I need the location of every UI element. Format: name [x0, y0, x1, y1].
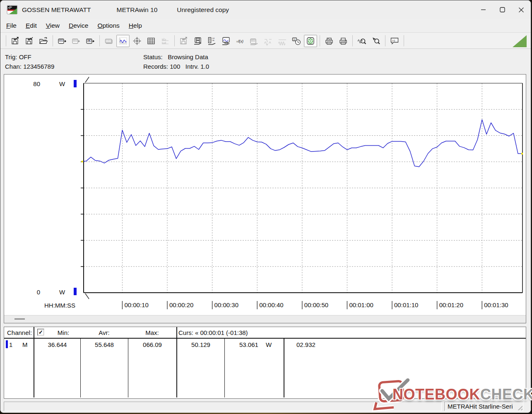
- menu-view[interactable]: View: [41, 20, 64, 31]
- row-cursor2-value: 53.061: [239, 341, 258, 348]
- device-memory-button[interactable]: M: [84, 35, 97, 47]
- chart-panel: 80W0WHH:MM:SS00:00:1000:00:2000:00:3000:…: [4, 74, 526, 323]
- file-open-button[interactable]: [37, 35, 50, 47]
- y-axis-unit-bottom: W: [59, 289, 65, 296]
- file-export-button[interactable]: [9, 35, 22, 47]
- desktop: GOSSEN METRAWATT METRAwin 10 Unregistere…: [0, 0, 532, 414]
- table-divider: [34, 327, 34, 397]
- close-button[interactable]: [512, 2, 531, 18]
- chart-xy-button[interactable]: [130, 35, 144, 47]
- svg-text:321: 321: [60, 40, 63, 41]
- channel-list-status: Chan: 123456789: [5, 62, 54, 71]
- menu-bar: File Edit View Device Options Help: [0, 19, 531, 33]
- x-tick-label: 00:01:00: [349, 301, 373, 308]
- cursor-2-marker[interactable]: [521, 153, 523, 154]
- resize-grip[interactable]: [516, 404, 522, 410]
- formula-button[interactable]: =f(x): [234, 35, 247, 47]
- records-status: Records: 100 Intrv. 1.0: [143, 62, 209, 71]
- notes-button[interactable]: 1/2: [388, 35, 401, 47]
- print-button[interactable]: [337, 35, 350, 47]
- menu-options[interactable]: Options: [93, 20, 124, 31]
- menu-edit[interactable]: Edit: [21, 20, 41, 31]
- wave-train-button: [276, 35, 289, 47]
- device-probe-button: 321: [248, 35, 261, 47]
- x-tick-label: 00:00:30: [214, 301, 238, 308]
- toolbar-separator: [53, 35, 53, 46]
- metrawin-window: GOSSEN METRAWATT METRAwin 10 Unregistere…: [0, 0, 531, 412]
- title-bar: GOSSEN METRAWATT METRAwin 10 Unregistere…: [0, 0, 531, 19]
- svg-text:12: 12: [293, 39, 296, 41]
- toolbar-separator: [6, 35, 6, 46]
- cursor-1-marker[interactable]: [82, 161, 83, 162]
- table-divider: [284, 339, 284, 397]
- row-channel-number: 1: [9, 341, 12, 348]
- trigger-status: Trig: OFF: [5, 52, 54, 62]
- row-delta-value: 02.932: [296, 341, 315, 348]
- svg-text:321: 321: [252, 40, 255, 41]
- zoom-cursor-button[interactable]: [369, 35, 383, 47]
- channel-visible-checkbox[interactable]: ✓: [37, 329, 44, 336]
- status-bar: METRAHit Starline-Seri: [0, 400, 531, 413]
- row-max-value: 066.09: [128, 341, 176, 348]
- statusbar-device-panel: METRAHit Starline-Seri: [444, 402, 523, 411]
- row-cursor1-value: 50.129: [177, 341, 224, 348]
- row-min-value: 36.644: [34, 341, 80, 348]
- toolbar-separator: [174, 35, 175, 46]
- app-logo-icon: [7, 5, 18, 14]
- toolbar-separator: [99, 35, 100, 46]
- app-name-title: METRAwin 10: [116, 6, 157, 14]
- col-cursor-label: Curs: « 00:00:01 (-01:38): [178, 329, 248, 336]
- corner-green-triangle-icon: [513, 35, 527, 47]
- y-max-channel-marker: [74, 80, 77, 87]
- y-min-channel-marker: [74, 288, 77, 295]
- toolbar-separator: [352, 35, 353, 46]
- toolbar-separator: [404, 35, 404, 46]
- svg-text:1257: 1257: [106, 40, 110, 42]
- toolbar-separator: [320, 35, 320, 46]
- minimize-button[interactable]: [474, 2, 493, 18]
- zoom-curve-button[interactable]: [355, 35, 368, 47]
- device-write-button: 321: [70, 35, 83, 47]
- live-monitor-button[interactable]: [219, 35, 233, 47]
- toolbar: 321321M12571:M2:A=f(x)321121/2: [0, 33, 531, 49]
- menu-device[interactable]: Device: [64, 20, 93, 31]
- table-divider: [224, 339, 225, 397]
- stats-table-header: Channel: ✓ Min: Avr: Max: Curs: « 00:00:…: [4, 327, 526, 339]
- file-import-button[interactable]: [23, 35, 36, 47]
- channel-list-button[interactable]: 1:M2:A: [205, 35, 219, 47]
- export-disk-button: [177, 35, 190, 47]
- chart-scrollbar-thumb[interactable]: [14, 318, 25, 320]
- chart-scrollbar[interactable]: [4, 315, 526, 323]
- col-max-label: Max:: [128, 329, 176, 336]
- maximize-button[interactable]: [493, 2, 512, 18]
- statusbar-message-panel: [4, 402, 442, 411]
- meter-status-button[interactable]: [304, 35, 317, 47]
- menu-file[interactable]: File: [2, 20, 21, 31]
- row-avr-value: 55.648: [81, 341, 128, 348]
- svg-text:2:A: 2:A: [212, 39, 214, 41]
- table-divider: [176, 327, 177, 397]
- histogram-button: [159, 35, 172, 47]
- window-controls: [474, 0, 531, 19]
- device-read-button[interactable]: 321: [55, 35, 69, 47]
- y-axis-unit-top: W: [59, 80, 65, 87]
- app-vendor-title: GOSSEN METRAWATT: [22, 6, 91, 14]
- axis-corner-mark: [85, 294, 89, 299]
- time-clock-button[interactable]: 12: [290, 35, 303, 47]
- channel-color-marker: [6, 340, 8, 348]
- x-tick-label: 00:01:10: [394, 301, 418, 308]
- device-to-disk-button[interactable]: [191, 35, 205, 47]
- print-preview-button[interactable]: [323, 35, 336, 47]
- table-view-button[interactable]: [144, 35, 158, 47]
- y-axis-min-label: 0: [37, 289, 40, 296]
- x-tick-label: 00:01:20: [439, 301, 463, 308]
- col-avr-label: Avr:: [80, 329, 128, 336]
- chart-yt-button[interactable]: [116, 35, 130, 47]
- acquisition-info-strip: Trig: OFF Chan: 123456789 Status: Browsi…: [0, 49, 531, 74]
- x-tick-label: 00:00:20: [169, 301, 193, 308]
- chart-canvas[interactable]: 80W0WHH:MM:SS00:00:1000:00:2000:00:3000:…: [4, 75, 526, 315]
- svg-text:321: 321: [74, 40, 77, 41]
- wave-gap-button: [262, 35, 275, 47]
- menu-help[interactable]: Help: [124, 20, 147, 31]
- x-axis-format-label: HH:MM:SS: [44, 302, 75, 309]
